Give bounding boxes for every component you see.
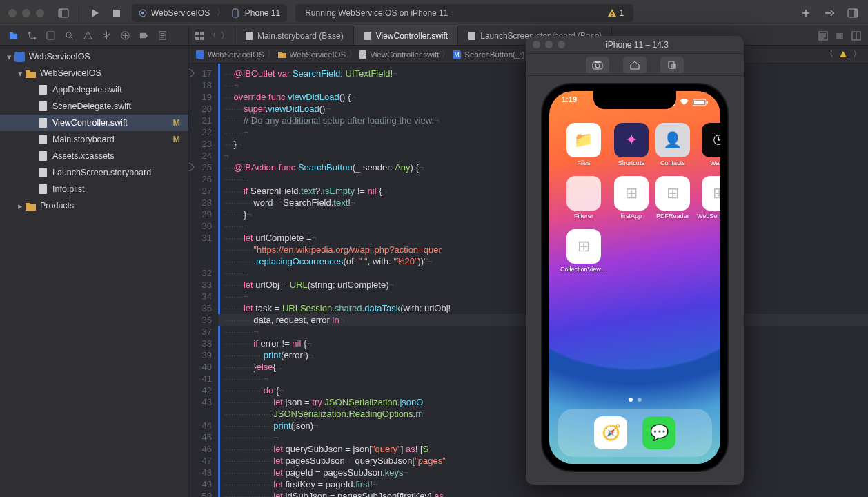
symbol-navigator-icon[interactable] [44, 30, 57, 42]
debug-navigator-icon[interactable] [119, 30, 131, 42]
method-icon: M [453, 50, 461, 59]
svg-rect-16 [195, 32, 199, 35]
folder-icon [25, 200, 36, 211]
file-icon [37, 117, 48, 128]
swift-file-icon [359, 50, 366, 59]
editor-tab[interactable]: ViewController.swift [354, 26, 458, 45]
app-icon-collectionview…[interactable]: ⊞CollectionView… [560, 229, 607, 273]
screenshot-button[interactable] [586, 57, 609, 73]
issue-navigator-icon[interactable] [81, 30, 94, 42]
app-icon-pdfreader[interactable]: ⊞PDFReader [655, 176, 690, 220]
project-navigator-icon[interactable] [7, 30, 19, 42]
file-row[interactable]: AppDelegate.swift [0, 81, 188, 98]
battery-icon [693, 99, 708, 106]
svg-rect-28 [39, 118, 47, 128]
warning-icon[interactable] [839, 50, 847, 59]
device-notch [593, 91, 676, 109]
report-navigator-icon[interactable] [156, 30, 168, 42]
chevron-down-icon[interactable]: ▾ [15, 68, 25, 79]
add-editor-icon[interactable] [851, 31, 861, 41]
simulator-window[interactable]: iPhone 11 – 14.3 1:19 📁Files✦Shortcuts👤C… [526, 36, 744, 485]
products-label: Products [40, 201, 74, 211]
device-frame: 1:19 📁Files✦Shortcuts👤Contacts⌚︎WatchFil… [542, 84, 727, 471]
app-icon-firstapp[interactable]: ⊞firstApp [614, 176, 649, 220]
folder-icon [278, 51, 286, 58]
dock-app-messages[interactable]: 💬 [642, 416, 675, 449]
editor-tab[interactable]: Main.storyboard (Base) [235, 26, 354, 45]
svg-rect-7 [611, 15, 612, 16]
target-icon [139, 9, 147, 17]
svg-rect-20 [246, 32, 253, 40]
chevron-right-icon[interactable]: ▸ [15, 201, 25, 211]
warning-count: 1 [620, 8, 624, 18]
chevron-down-icon[interactable]: ▾ [4, 52, 14, 62]
simulator-titlebar[interactable]: iPhone 11 – 14.3 [526, 36, 744, 54]
close-window-icon[interactable] [8, 9, 17, 17]
products-group[interactable]: ▸ Products [0, 197, 188, 214]
scheme-selector[interactable]: WebServiceIOS 〉 iPhone 11 [132, 4, 287, 22]
activity-status[interactable]: Running WebServiceIOS on iPhone 11 1 [295, 4, 633, 22]
rotate-button[interactable] [660, 57, 684, 73]
file-row[interactable]: SceneDelegate.swift [0, 98, 188, 115]
line-gutter[interactable]: 1718192021222324252627282930313233343536… [189, 64, 218, 497]
group-row[interactable]: ▾ WebServiceIOS [0, 65, 188, 81]
close-icon[interactable] [533, 41, 540, 48]
page-indicator[interactable] [549, 398, 720, 402]
app-icon-files[interactable]: 📁Files [560, 123, 607, 166]
warnings-badge[interactable]: 1 [607, 8, 624, 18]
code-review-icon[interactable] [822, 6, 836, 20]
zoom-window-icon[interactable] [36, 9, 44, 17]
file-row[interactable]: Assets.xcassets [0, 148, 188, 164]
library-add-icon[interactable] [799, 6, 813, 20]
find-navigator-icon[interactable] [63, 30, 75, 42]
minimize-icon[interactable] [545, 41, 553, 48]
dock-app-safari[interactable]: 🧭 [594, 416, 627, 449]
svg-rect-9 [854, 9, 858, 17]
jump-forward-icon[interactable]: 〉 [853, 49, 861, 59]
svg-rect-47 [694, 101, 704, 104]
app-icon-contacts[interactable]: 👤Contacts [655, 123, 690, 166]
file-row[interactable]: Info.plist [0, 181, 188, 197]
svg-point-13 [66, 32, 71, 38]
svg-rect-25 [14, 52, 25, 62]
nav-forward-icon[interactable]: 〉 [221, 30, 229, 41]
svg-rect-26 [39, 85, 47, 95]
app-icon-shortcuts[interactable]: ✦Shortcuts [614, 123, 649, 166]
minimap-icon[interactable] [818, 31, 828, 41]
zoom-icon[interactable] [558, 41, 565, 48]
file-icon [37, 150, 48, 162]
nav-back-icon[interactable]: 〈 [208, 30, 217, 41]
window-traffic-lights[interactable] [8, 9, 44, 17]
modified-badge: M [173, 135, 183, 144]
home-button[interactable] [623, 57, 647, 73]
jump-back-icon[interactable]: 〈 [825, 49, 834, 59]
file-row[interactable]: ViewController.swiftM [0, 115, 188, 131]
svg-rect-48 [707, 101, 708, 104]
run-button[interactable] [88, 6, 101, 20]
minimize-window-icon[interactable] [22, 9, 30, 17]
related-items-icon[interactable] [195, 31, 204, 41]
file-icon [468, 32, 476, 40]
device-screen[interactable]: 1:19 📁Files✦Shortcuts👤Contacts⌚︎WatchFil… [549, 91, 720, 464]
simulator-traffic-lights[interactable] [533, 41, 565, 48]
simulator-title: iPhone 11 – 14.3 [565, 40, 709, 50]
svg-rect-5 [233, 9, 238, 17]
file-row[interactable]: LaunchScreen.storyboard [0, 164, 188, 181]
project-root[interactable]: ▾ WebServiceIOS [0, 48, 188, 65]
app-icon-webserviceios[interactable]: ⊞WebServiceIOS [697, 176, 720, 220]
device-icon [232, 8, 239, 18]
group-name: WebServiceIOS [40, 68, 101, 78]
breakpoint-navigator-icon[interactable] [137, 30, 150, 42]
source-control-navigator-icon[interactable] [26, 30, 38, 42]
stop-button[interactable] [110, 6, 124, 20]
toggle-inspectors-icon[interactable] [846, 6, 860, 20]
modified-badge: M [173, 118, 183, 128]
svg-rect-39 [595, 61, 600, 63]
test-navigator-icon[interactable] [100, 30, 112, 42]
svg-rect-21 [364, 32, 371, 40]
adjust-editor-icon[interactable] [835, 31, 845, 41]
toggle-navigator-icon[interactable] [57, 6, 70, 20]
app-icon-watch[interactable]: ⌚︎Watch [697, 123, 720, 166]
file-row[interactable]: Main.storyboardM [0, 131, 188, 148]
app-icon-filterer[interactable]: Filterer [560, 176, 607, 220]
